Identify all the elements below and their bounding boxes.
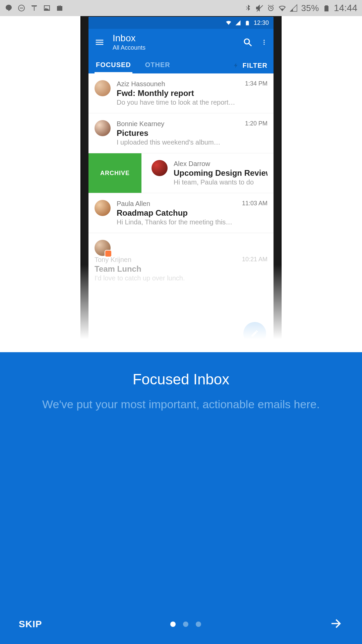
- preview: Do you have time to look at the report…: [117, 99, 267, 106]
- avatar: [152, 160, 168, 176]
- tmobile-icon: [30, 4, 38, 12]
- subject: Pictures: [117, 128, 267, 138]
- time: 1:20 PM: [245, 120, 267, 128]
- svg-rect-1: [20, 8, 23, 8]
- app-toolbar: Inbox All Accounts FOCUSED OTHER FILTER: [88, 29, 274, 73]
- avatar: [95, 120, 111, 136]
- page-dot: [183, 622, 188, 627]
- next-button[interactable]: [329, 616, 343, 632]
- alarm-icon: [267, 4, 275, 12]
- briefcase-icon: [56, 4, 64, 12]
- svg-point-5: [263, 42, 264, 43]
- message-row[interactable]: Aziz Hassouneh1:34 PM Fwd: Monthly repor…: [88, 73, 274, 113]
- cell-signal-icon: [235, 20, 241, 26]
- inner-status-bar: 12:30: [88, 17, 274, 29]
- sender: Bonnie Kearney: [117, 120, 164, 128]
- svg-point-6: [263, 44, 264, 45]
- arrow-right-icon: [329, 616, 343, 631]
- message-list[interactable]: Aziz Hassouneh1:34 PM Fwd: Monthly repor…: [88, 73, 274, 289]
- tab-focused[interactable]: FOCUSED: [95, 57, 132, 73]
- inner-clock: 12:30: [254, 19, 269, 26]
- page-dot: [196, 622, 201, 627]
- skip-button[interactable]: SKIP: [19, 619, 42, 630]
- message-row[interactable]: Bonnie Kearney1:20 PM Pictures I uploade…: [88, 113, 274, 153]
- toolbar-title: Inbox: [113, 33, 235, 44]
- battery-icon: [244, 20, 250, 26]
- device-status-bar: 35% 14:44: [0, 0, 362, 16]
- page-dot: [170, 622, 176, 627]
- battery-icon: [322, 4, 330, 12]
- gallery-icon: [43, 4, 51, 12]
- filter-label: FILTER: [242, 62, 267, 69]
- message-row[interactable]: Paula Allen11:03 AM Roadmap Catchup Hi L…: [88, 193, 274, 233]
- bluetooth-icon: [244, 4, 252, 12]
- phone-frame: 12:30 Inbox All Accounts FOCUSED OTHER: [80, 16, 282, 352]
- time: 11:03 AM: [242, 200, 267, 208]
- phone-screen: 12:30 Inbox All Accounts FOCUSED OTHER: [88, 17, 274, 352]
- tab-other[interactable]: OTHER: [144, 57, 172, 73]
- subject: Team Lunch: [95, 264, 267, 274]
- preview: I uploaded this weekend's album…: [117, 139, 267, 146]
- wifi-icon: [278, 4, 286, 12]
- wifi-icon: [226, 20, 232, 26]
- message-row[interactable]: Tony Krijnen10:21 AM Team Lunch I'd love…: [88, 233, 274, 289]
- avatar: [95, 80, 111, 96]
- hangouts-icon: [5, 4, 13, 12]
- svg-point-4: [263, 40, 264, 41]
- banner-body: We've put your most important, actionabl…: [20, 396, 342, 413]
- time: 10:21 AM: [242, 256, 267, 264]
- preview: I'd love to catch up over lunch.: [95, 274, 267, 282]
- filter-button[interactable]: FILTER: [233, 62, 267, 69]
- sender: Alex Darrow: [174, 160, 210, 168]
- bolt-icon: [233, 62, 239, 68]
- preview: Hi Linda, Thanks for the meeting this…: [117, 218, 267, 226]
- search-icon[interactable]: [243, 37, 253, 47]
- do-not-disturb-icon: [17, 4, 25, 12]
- banner-title: Focused Inbox: [20, 371, 342, 388]
- preview: Hi team, Paula wants to do: [174, 178, 267, 186]
- toolbar-subtitle: All Accounts: [113, 44, 235, 51]
- avatar: [95, 200, 111, 216]
- subject: Fwd: Monthly report: [117, 89, 267, 98]
- mute-icon: [255, 4, 263, 12]
- avatar: [95, 240, 111, 256]
- subject: Roadmap Catchup: [117, 208, 267, 218]
- clock: 14:44: [334, 3, 357, 13]
- sender: Tony Krijnen: [95, 256, 131, 264]
- archive-action[interactable]: ARCHIVE: [88, 153, 141, 193]
- sender: Paula Allen: [117, 200, 150, 208]
- time: 1:34 PM: [245, 80, 267, 88]
- battery-percent: 35%: [301, 3, 319, 13]
- svg-point-3: [244, 39, 249, 44]
- cell-signal-icon: [290, 4, 298, 12]
- promo-stage: 12:30 Inbox All Accounts FOCUSED OTHER: [0, 16, 362, 352]
- overflow-icon[interactable]: [261, 37, 267, 47]
- compose-fab[interactable]: [243, 322, 266, 345]
- message-row-archive[interactable]: ARCHIVE Alex Darrow Upcoming Design Revi…: [88, 153, 274, 193]
- hamburger-icon[interactable]: [95, 37, 105, 47]
- page-indicator: [42, 622, 329, 627]
- onboarding-banner: Focused Inbox We've put your most import…: [0, 352, 362, 644]
- subject: Upcoming Design Review: [174, 168, 267, 178]
- pencil-icon: [250, 329, 259, 338]
- sender: Aziz Hassouneh: [117, 80, 165, 88]
